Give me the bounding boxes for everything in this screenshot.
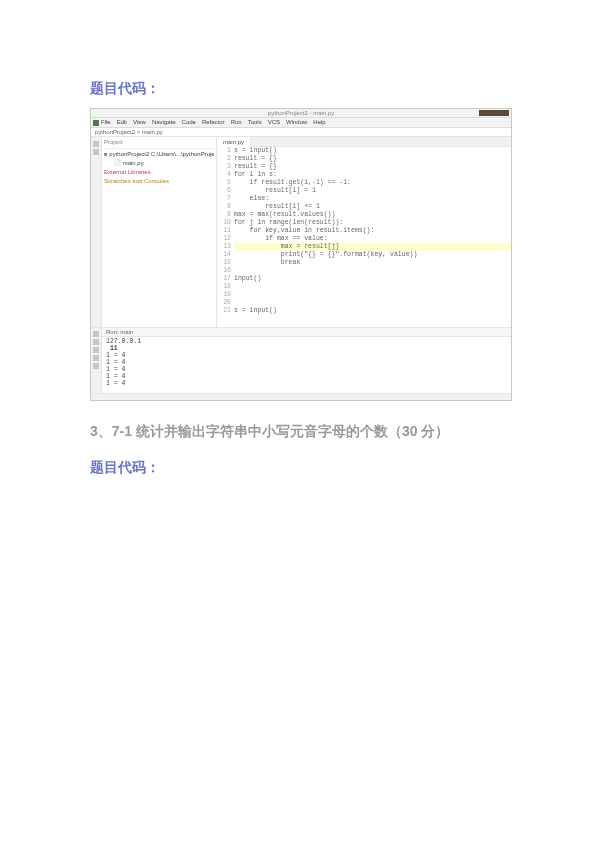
settings-icon[interactable]: [93, 363, 99, 369]
menu-run[interactable]: Run: [231, 119, 242, 127]
heading-code-2: 题目代码：: [90, 459, 505, 477]
console-output[interactable]: 127.0.0.1 11 1 = 4 1 = 4 1 = 4 1 = 4 1 =…: [102, 337, 511, 393]
code-editor[interactable]: 123456789101112131415161718192021 s = in…: [217, 147, 511, 327]
project-icon[interactable]: [93, 141, 99, 147]
console-tab[interactable]: Run: main: [102, 328, 511, 337]
menu-tools[interactable]: Tools: [248, 119, 262, 127]
tree-header: Project: [104, 139, 214, 149]
menu-nav[interactable]: Navigate: [152, 119, 176, 127]
ide-titlebar: pythonProject2 - main.py: [91, 109, 511, 118]
stop-icon[interactable]: [93, 339, 99, 345]
console-panel: Run: main 127.0.0.1 11 1 = 4 1 = 4 1 = 4…: [91, 327, 511, 393]
down-icon[interactable]: [93, 355, 99, 361]
menu-view[interactable]: View: [133, 119, 146, 127]
project-tree[interactable]: Project ■ pythonProject2 C:\Users\...\py…: [102, 137, 217, 327]
ide-screenshot: pythonProject2 - main.py File Edit View …: [90, 108, 512, 401]
ide-statusbar: [91, 393, 511, 400]
tab-main[interactable]: main.py: [217, 137, 251, 147]
menu-edit[interactable]: Edit: [117, 119, 127, 127]
menu-refactor[interactable]: Refactor: [202, 119, 225, 127]
run-icon[interactable]: [93, 331, 99, 337]
title-badge: [479, 110, 509, 116]
line-gutter: 123456789101112131415161718192021: [217, 147, 234, 327]
tree-row[interactable]: Scratches and Consoles: [104, 177, 214, 186]
breadcrumb: pythonProject2 > main.py: [91, 128, 511, 137]
tree-row[interactable]: External Libraries: [104, 168, 214, 177]
editor-tabs: main.py: [217, 137, 511, 147]
question-3-title: 3、7-1 统计并输出字符串中小写元音字母的个数（30 分）: [90, 423, 505, 441]
console-rail: [91, 328, 102, 393]
tree-row: 📄 main.py: [104, 159, 214, 168]
rerun-icon[interactable]: [93, 347, 99, 353]
menu-code[interactable]: Code: [182, 119, 196, 127]
window-title: pythonProject2 - main.py: [268, 110, 334, 118]
ide-menubar: File Edit View Navigate Code Refactor Ru…: [91, 118, 511, 128]
code-source[interactable]: s = input() result = {} result = {} for …: [234, 147, 511, 327]
menu-window[interactable]: Window: [286, 119, 307, 127]
menu-help[interactable]: Help: [313, 119, 325, 127]
menu-vcs[interactable]: VCS: [268, 119, 280, 127]
heading-code-1: 题目代码：: [90, 80, 505, 98]
app-icon: [93, 120, 99, 126]
left-rail: [91, 137, 102, 327]
menu-file[interactable]: File: [101, 119, 111, 127]
tree-row: ■ pythonProject2 C:\Users\...\pythonProj…: [104, 150, 214, 159]
structure-icon[interactable]: [93, 149, 99, 155]
